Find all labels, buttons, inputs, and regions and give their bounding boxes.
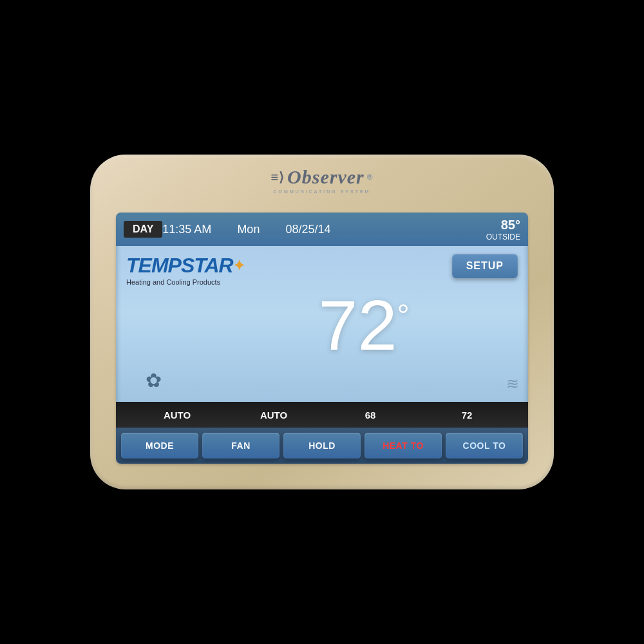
fan-icon: ✿ (146, 370, 162, 391)
control-buttons-bar: MODE FAN HOLD HEAT TO COOL TO (116, 428, 528, 464)
thermostat-screen: DAY 11:35 AM Mon 08/25/14 85° OUTSIDE TE… (116, 213, 528, 464)
cool-to-button[interactable]: COOL TO (446, 433, 523, 459)
setup-button[interactable]: SETUP (452, 254, 518, 278)
mode-setting: AUTO (129, 410, 225, 421)
current-temperature-display: 72° (318, 290, 410, 361)
heat-wave-icon: ≋ (506, 375, 518, 392)
mode-button[interactable]: MODE (121, 433, 198, 459)
heat-to-button[interactable]: HEAT TO (365, 433, 442, 459)
tempstar-tagline: Heating and Cooling Products (126, 278, 294, 286)
tempstar-brand-name: TEMPSTAR (126, 254, 233, 278)
heat-setpoint-display: 68 (322, 410, 419, 421)
status-bar: DAY 11:35 AM Mon 08/25/14 85° OUTSIDE (116, 213, 528, 246)
right-panel: SETUP ≋ (434, 254, 518, 397)
brand-subtitle: COMMUNICATING SYSTEM (274, 189, 371, 194)
brand-wings-icon: ≡⟩ (270, 169, 285, 185)
main-display-area: TEMPSTAR ✦ Heating and Cooling Products … (116, 246, 528, 402)
outside-temperature: 85° OUTSIDE (486, 217, 520, 242)
current-date: 08/25/14 (285, 223, 330, 236)
left-panel: TEMPSTAR ✦ Heating and Cooling Products … (126, 254, 294, 397)
degree-symbol: ° (397, 300, 410, 331)
tempstar-logo: TEMPSTAR ✦ Heating and Cooling Products (126, 254, 294, 286)
brand-name-text: ≡⟩ Observer ® (270, 166, 373, 188)
current-time: 11:35 AM (162, 223, 211, 236)
temperature-settings-bar: AUTO AUTO 68 72 (116, 402, 528, 428)
fan-setting: AUTO (225, 410, 322, 421)
day-mode-badge: DAY (124, 221, 162, 238)
brand-header: ≡⟩ Observer ® COMMUNICATING SYSTEM (270, 166, 373, 194)
center-panel: 72° (294, 254, 434, 397)
cool-setpoint-display: 72 (419, 410, 515, 421)
tempstar-star-icon: ✦ (233, 258, 245, 274)
current-day: Mon (237, 223, 260, 236)
fan-button[interactable]: FAN (202, 433, 279, 459)
thermostat-device: ≡⟩ Observer ® COMMUNICATING SYSTEM DAY 1… (90, 155, 554, 489)
hold-button[interactable]: HOLD (283, 433, 361, 459)
